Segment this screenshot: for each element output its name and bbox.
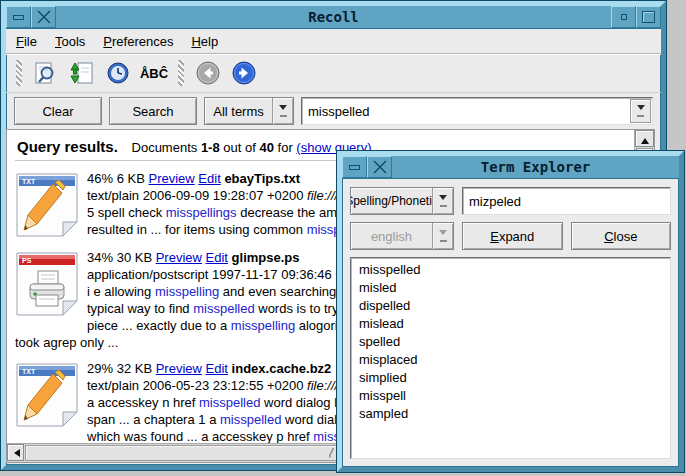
doc-size: 30 KB <box>117 250 152 265</box>
dialog-title: Term Explorer <box>392 156 679 178</box>
term-list-item[interactable]: sampled <box>359 405 662 423</box>
term-list-item[interactable]: misplaced <box>359 351 662 369</box>
clock-icon <box>106 61 130 85</box>
close-button[interactable] <box>367 156 392 178</box>
preview-link[interactable]: Preview <box>156 250 202 265</box>
toolbar: ÅBĈ <box>6 54 661 93</box>
maximize-button[interactable] <box>636 6 661 28</box>
term-list-item[interactable]: dispelled <box>359 297 662 315</box>
term-explorer-body: Spelling/Phonetic english Expand Close m… <box>342 179 679 467</box>
term-list[interactable]: misspelledmisleddispelledmisleadspelledm… <box>350 257 671 459</box>
rollup-icon <box>621 14 627 20</box>
forward-arrow-icon <box>231 60 257 86</box>
menu-preferences[interactable]: Preferences <box>103 34 173 49</box>
term-explorer-window: Term Explorer Spelling/Phonetic english … <box>337 151 684 472</box>
toolbar-grip[interactable] <box>16 60 22 86</box>
minimize-button[interactable] <box>6 6 31 28</box>
svg-text:TXT: TXT <box>22 178 36 185</box>
search-bar: Clear Search All terms <box>6 93 661 129</box>
expansion-mode-combobox[interactable]: Spelling/Phonetic <box>350 187 454 215</box>
doc-size: 32 KB <box>117 361 152 376</box>
search-button[interactable]: Search <box>109 97 197 125</box>
expand-button[interactable]: Expand <box>462 222 563 250</box>
window-title: Recoll <box>56 6 611 28</box>
menu-help[interactable]: Help <box>191 34 218 49</box>
sort-by-date-button[interactable] <box>104 60 132 86</box>
expansion-mode-value: Spelling/Phonetic <box>351 188 432 214</box>
documents-label: Documents <box>132 140 198 155</box>
svg-text:TXT: TXT <box>22 368 36 375</box>
rollup-button[interactable] <box>611 6 636 28</box>
doc-size: 6 KB <box>117 171 145 186</box>
arrow-left-icon <box>10 449 20 457</box>
search-document-icon <box>34 61 58 85</box>
minimize-button[interactable] <box>342 156 367 178</box>
text-file-icon: TXT <box>15 362 79 428</box>
term-explorer-button[interactable]: ÅBĈ <box>140 60 168 86</box>
menu-file[interactable]: File <box>16 34 37 49</box>
result-filename: glimpse.ps <box>232 250 300 265</box>
language-combobox: english <box>350 222 454 250</box>
maximize-icon <box>642 11 655 23</box>
term-list-item[interactable]: simplied <box>359 369 662 387</box>
relevance-percent: 34% <box>87 250 113 265</box>
advanced-search-button[interactable] <box>32 60 60 86</box>
postscript-file-icon: PS <box>15 251 79 317</box>
arrow-up-icon <box>641 134 649 144</box>
document-sort-icon <box>70 61 94 85</box>
back-button[interactable] <box>194 60 222 86</box>
chevron-down-icon <box>272 98 293 124</box>
term-list-item[interactable]: misspell <box>359 387 662 405</box>
sort-parameters-button[interactable] <box>68 60 96 86</box>
edit-link[interactable]: Edit <box>206 250 228 265</box>
toolbar-grip[interactable] <box>178 60 184 86</box>
query-input[interactable] <box>302 98 629 124</box>
result-filename: ebayTips.txt <box>224 171 300 186</box>
edit-link[interactable]: Edit <box>198 171 220 186</box>
titlebar[interactable]: Term Explorer <box>342 156 679 179</box>
term-list-item[interactable]: spelled <box>359 333 662 351</box>
language-value: english <box>351 223 432 249</box>
query-combobox[interactable] <box>301 97 653 125</box>
edit-link[interactable]: Edit <box>206 361 228 376</box>
out-of-label: out of <box>223 140 256 155</box>
chevron-down-icon[interactable] <box>630 99 651 123</box>
close-button[interactable] <box>31 6 56 28</box>
match-mode-combobox[interactable]: All terms <box>204 97 294 125</box>
clear-button[interactable]: Clear <box>14 97 102 125</box>
menubar: FileToolsPreferencesHelp <box>6 29 661 54</box>
term-input[interactable] <box>462 187 671 215</box>
scroll-up-button[interactable] <box>635 130 654 147</box>
minimize-icon <box>349 165 360 170</box>
back-arrow-icon <box>195 60 221 86</box>
term-list-item[interactable]: mislead <box>359 315 662 333</box>
relevance-percent: 46% <box>87 171 113 186</box>
close-dialog-button[interactable]: Close <box>571 222 672 250</box>
chevron-down-icon <box>432 223 453 249</box>
documents-range: 1-8 <box>201 140 220 155</box>
preview-link[interactable]: Preview <box>156 361 202 376</box>
chevron-down-icon <box>432 188 453 214</box>
preview-link[interactable]: Preview <box>148 171 194 186</box>
documents-total: 40 <box>259 140 273 155</box>
svg-text:PS: PS <box>22 257 32 264</box>
forward-button[interactable] <box>230 60 258 86</box>
result-filename: index.cache.bz2 <box>232 361 332 376</box>
minimize-icon <box>13 15 24 20</box>
relevance-percent: 29% <box>87 361 113 376</box>
menu-tools[interactable]: Tools <box>55 34 85 49</box>
for-label: for <box>278 140 293 155</box>
text-file-icon: TXT <box>15 172 79 238</box>
term-list-item[interactable]: misled <box>359 279 662 297</box>
spell-abc-icon: ÅBĈ <box>140 66 168 81</box>
term-list-item[interactable]: misspelled <box>359 261 662 279</box>
close-icon <box>37 10 51 24</box>
results-title: Query results. <box>17 138 118 155</box>
match-mode-value: All terms <box>205 98 272 124</box>
scroll-left-button[interactable] <box>7 444 24 461</box>
titlebar[interactable]: Recoll <box>6 6 661 29</box>
close-icon <box>373 160 387 174</box>
